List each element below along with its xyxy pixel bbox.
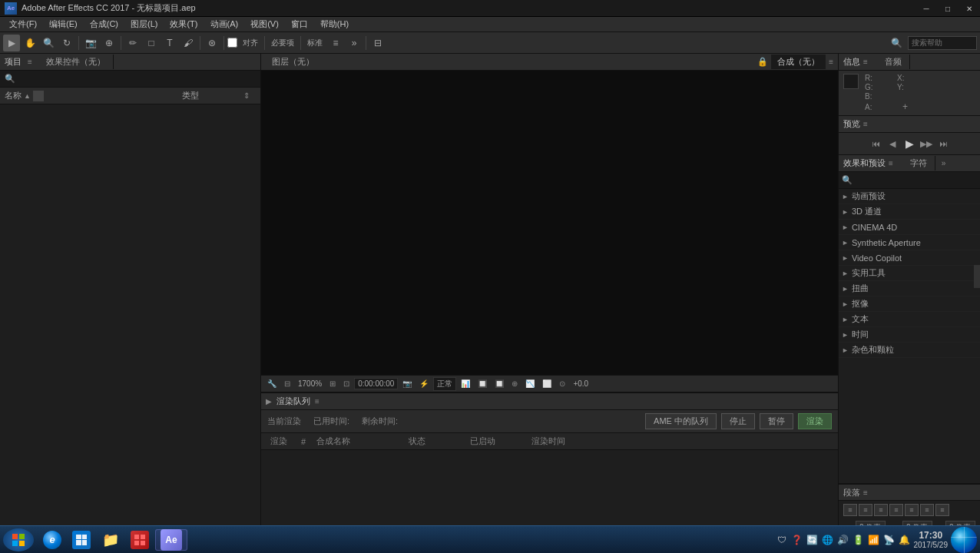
viewer-tool-5[interactable]: 📊 (458, 379, 473, 389)
notifications-icon[interactable]: 🔔 (899, 534, 911, 546)
comp-viewer-icon[interactable]: ⊟ (369, 35, 386, 51)
workspace-menu-icon[interactable]: ≡ (327, 35, 344, 51)
tool-paint[interactable]: 🖌 (180, 35, 197, 51)
menu-window[interactable]: 窗口 (285, 17, 314, 31)
lock-icon[interactable]: 🔒 (757, 57, 768, 67)
preview-next-btn[interactable]: ▶▶ (919, 137, 933, 151)
render-queue-collapse-icon[interactable]: ▶ (266, 397, 272, 406)
effect-item-time[interactable]: ► 时间 (839, 327, 980, 343)
maximize-button[interactable]: □ (937, 0, 958, 17)
project-panel-menu-icon[interactable]: ≡ (28, 58, 32, 66)
effect-item-video-copilot[interactable]: ► Video Copilot (839, 250, 980, 266)
effects-expand-icon[interactable]: » (942, 159, 946, 167)
preview-last-btn[interactable]: ⏭ (936, 137, 950, 151)
viewer-tool-4[interactable]: ⚡ (416, 379, 432, 389)
shield-icon[interactable]: 🛡 (776, 534, 788, 546)
viewer-tool-1[interactable]: 🔧 (264, 379, 280, 389)
align-justify-left-btn[interactable]: ≡ (889, 504, 903, 516)
composite-tab[interactable]: 合成（无） (771, 55, 826, 69)
col-sort-icon[interactable]: ⇕ (243, 91, 256, 100)
signal-icon[interactable]: 📡 (883, 534, 896, 546)
menu-animate[interactable]: 动画(A) (204, 17, 245, 31)
minimize-button[interactable]: ─ (915, 0, 937, 17)
effect-item-cinema4d[interactable]: ► CINEMA 4D (839, 220, 980, 235)
align-justify-center-btn[interactable]: ≡ (905, 504, 919, 516)
tool-select[interactable]: ▶ (3, 35, 20, 51)
effects-control-tab[interactable]: 效果控件（无） (38, 55, 114, 69)
tool-camera[interactable]: 📷 (82, 35, 99, 51)
menu-effect[interactable]: 效果(T) (164, 17, 204, 31)
layer-tab[interactable]: 图层（无） (266, 55, 320, 69)
sync-icon[interactable]: 🔄 (806, 534, 819, 546)
taskbar-tiles-btn[interactable] (126, 529, 154, 551)
info-menu-icon[interactable]: ≡ (863, 58, 868, 66)
menu-edit[interactable]: 编辑(E) (43, 17, 84, 31)
plus-icon[interactable]: + (902, 101, 908, 112)
clock[interactable]: 17:30 2017/5/29 (914, 530, 949, 549)
pause-button[interactable]: 暂停 (760, 413, 793, 429)
viewer-fit-icon[interactable]: ⊞ (326, 379, 339, 389)
tool-pen[interactable]: ✏ (124, 35, 141, 51)
viewer-tool-10[interactable]: ⬜ (539, 379, 555, 389)
effect-item-3d-channel[interactable]: ► 3D 通道 (839, 204, 980, 220)
tool-text[interactable]: T (161, 35, 178, 51)
effect-item-distort[interactable]: ► 扭曲 (839, 281, 980, 296)
taskbar-ae-btn[interactable]: Ae (155, 529, 187, 551)
effects-search-input[interactable] (856, 176, 977, 184)
tool-hand[interactable]: ✋ (22, 35, 38, 51)
preview-first-btn[interactable]: ⏮ (869, 137, 882, 151)
scrollbar-handle[interactable] (974, 265, 980, 288)
menu-layer[interactable]: 图层(L) (124, 17, 164, 31)
effect-item-synthetic-aperture[interactable]: ► Synthetic Aperture (839, 235, 980, 250)
battery-icon[interactable]: 🔋 (853, 534, 865, 546)
viewer-tool-8[interactable]: ⊕ (508, 379, 521, 389)
menu-file[interactable]: 文件(F) (3, 17, 43, 31)
viewer-tool-6[interactable]: 🔲 (475, 379, 490, 389)
align-left-btn[interactable]: ≡ (843, 504, 857, 516)
effects-menu-icon[interactable]: ≡ (889, 159, 893, 167)
render-button[interactable]: 渲染 (798, 413, 832, 429)
help-icon[interactable]: ❓ (791, 534, 803, 546)
tool-rotate[interactable]: ↻ (58, 35, 75, 51)
effect-item-utility[interactable]: ► 实用工具 (839, 266, 980, 281)
taskbar-explorer-btn[interactable]: 📁 (97, 529, 124, 551)
start-button[interactable] (3, 528, 34, 551)
tool-shape[interactable]: □ (143, 35, 160, 51)
speaker-icon[interactable]: 🔊 (837, 534, 849, 546)
align-justify-all-btn[interactable]: ≡ (935, 504, 949, 516)
workspace-extend-icon[interactable]: » (346, 35, 363, 51)
color-swatch[interactable] (843, 74, 859, 89)
audio-tab[interactable]: 音频 (877, 55, 910, 69)
snap-checkbox[interactable] (227, 38, 237, 48)
char-tab[interactable]: 字符 (902, 156, 935, 171)
close-button[interactable]: ✕ (958, 0, 980, 17)
tool-zoom[interactable]: 🔍 (40, 35, 57, 51)
viewer-tool-9[interactable]: 📉 (522, 379, 538, 389)
menu-compose[interactable]: 合成(C) (84, 17, 124, 31)
tool-pan[interactable]: ⊕ (101, 35, 118, 51)
project-search-input[interactable] (18, 75, 256, 84)
help-search-input[interactable] (908, 36, 977, 50)
viewer-camera-icon[interactable]: 📷 (399, 379, 415, 389)
taskbar-metro-btn[interactable] (68, 529, 95, 551)
menu-help[interactable]: 帮助(H) (314, 17, 355, 31)
ame-queue-button[interactable]: AME 中的队列 (645, 413, 717, 429)
preview-menu-icon[interactable]: ≡ (863, 120, 868, 128)
composite-menu-icon[interactable]: ≡ (829, 58, 833, 66)
render-queue-menu-icon[interactable]: ≡ (315, 397, 319, 406)
align-justify-right-btn[interactable]: ≡ (920, 504, 934, 516)
align-center-btn[interactable]: ≡ (859, 504, 872, 516)
preview-play-btn[interactable]: ▶ (902, 137, 916, 151)
effect-item-noise[interactable]: ► 杂色和颗粒 (839, 343, 980, 358)
viewer-tool-2[interactable]: ⊟ (281, 379, 293, 389)
para-menu-icon[interactable]: ≡ (863, 488, 868, 497)
globe-button[interactable] (951, 527, 977, 553)
network-icon[interactable]: 🌐 (822, 534, 834, 546)
effect-item-animation-preset[interactable]: ► 动画预设 (839, 189, 980, 204)
stop-button[interactable]: 停止 (721, 413, 755, 429)
label-col-icon[interactable] (33, 91, 44, 101)
viewer-tool-7[interactable]: 🔲 (492, 379, 507, 389)
wifi-icon[interactable]: 📶 (868, 534, 880, 546)
preview-prev-btn[interactable]: ◀ (886, 137, 899, 151)
tool-puppet[interactable]: ⊛ (204, 35, 220, 51)
